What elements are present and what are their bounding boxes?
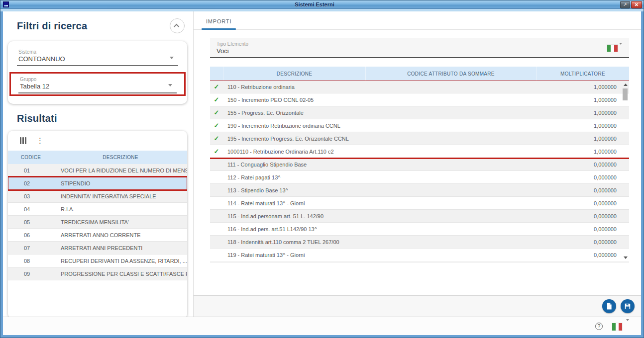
restore-window-icon: ↗ bbox=[623, 2, 627, 7]
cell-codice: 03 bbox=[8, 193, 54, 199]
collapse-filters-button[interactable] bbox=[170, 18, 185, 33]
cell-descrizione: 195 - Incremento Progress. Ec. Orizzonta… bbox=[223, 136, 365, 142]
cell-moltiplicatore: 0,000000 bbox=[536, 252, 629, 258]
table-row[interactable]: 09PROGRESSIONE PER CLASSI E SCATTI/FASCE… bbox=[8, 267, 187, 280]
table-row[interactable]: 06ARRETRATI ANNO CORRENTE bbox=[8, 229, 187, 242]
cell-descrizione: STIPENDIO bbox=[54, 180, 187, 186]
cell-descrizione: 111 - Conguaglio Stipendio Base bbox=[223, 162, 365, 168]
cell-moltiplicatore: 1,000000 bbox=[536, 123, 629, 129]
table-row[interactable]: 04R.I.A. bbox=[8, 203, 187, 216]
results-rows: 01VOCI PER LA RIDUZIONE DEL NUMERO DI ME… bbox=[8, 164, 187, 280]
table-row[interactable]: ✓155 - Progress. Ec. Orizzontale1,000000 bbox=[210, 106, 629, 119]
results-title: Risultati bbox=[17, 113, 193, 124]
table-row[interactable]: 02STIPENDIO bbox=[8, 177, 187, 190]
importi-rows: ✓110 - Retribuzione ordinaria1,000000✓15… bbox=[210, 81, 629, 262]
cell-moltiplicatore: 0,000000 bbox=[536, 200, 629, 206]
cell-codice: 05 bbox=[8, 219, 54, 225]
cell-moltiplicatore: 1,000000 bbox=[536, 97, 629, 103]
kebab-menu-icon[interactable]: ⋮ bbox=[36, 137, 44, 144]
italian-flag-icon bbox=[607, 45, 618, 52]
cell-moltiplicatore: 1,000000 bbox=[536, 110, 629, 116]
table-row[interactable]: 113 - Stipendio Base 13^0,000000 bbox=[210, 184, 629, 197]
tab-importi[interactable]: IMPORTI bbox=[202, 18, 235, 29]
app-window: Sistemi Esterni ↗ ✕ Filtri di ricerca Si… bbox=[0, 0, 644, 338]
column-header-moltiplicatore[interactable]: MOLTIPLICATORE bbox=[536, 67, 629, 81]
table-row[interactable]: 116 - Ind.ad pers. art.51 L142/90 13^0,0… bbox=[210, 223, 629, 236]
chevron-down-icon bbox=[168, 84, 172, 86]
cell-moltiplicatore: 0,000000 bbox=[536, 187, 629, 193]
chevron-down-icon bbox=[170, 57, 174, 59]
table-row[interactable]: 118 - Indennità art.110 comma 2 TUEL 267… bbox=[210, 236, 629, 249]
scrollbar-thumb[interactable] bbox=[623, 88, 628, 100]
help-icon: ? bbox=[598, 324, 601, 329]
column-header-descrizione[interactable]: DESCRIZIONE bbox=[223, 67, 365, 81]
cell-codice: 09 bbox=[8, 271, 54, 277]
save-button[interactable] bbox=[621, 299, 635, 313]
table-row[interactable]: ✓190 - Incremento Retribuzione ordinaria… bbox=[210, 119, 629, 132]
close-window-button[interactable]: ✕ bbox=[631, 1, 642, 8]
table-row[interactable]: 08RECUPERI DERIVANTI DA ASSENZE, RITARDI… bbox=[8, 254, 187, 267]
cell-descrizione: ARRETRATI ANNO CORRENTE bbox=[54, 232, 187, 238]
cell-descrizione: PROGRESSIONE PER CLASSI E SCATTI/FASCE R… bbox=[54, 271, 187, 277]
table-row[interactable]: 114 - Ratei maturati 13^ - Giorni0,00000… bbox=[210, 197, 629, 210]
cell-moltiplicatore: 0,000000 bbox=[536, 162, 629, 168]
sistema-label: Sistema bbox=[18, 49, 168, 55]
scroll-down-icon[interactable] bbox=[624, 256, 628, 259]
cell-descrizione: 112 - Ratei pagati 13^ bbox=[223, 174, 365, 180]
table-row[interactable]: 05TREDICESIMA MENSILITA' bbox=[8, 216, 187, 229]
column-header-codice-attributo[interactable]: CODICE ATTRIBUTO DA SOMMARE bbox=[365, 67, 536, 81]
filter-card: Sistema CONTOANNUO Gruppo Tabella 12 bbox=[8, 41, 187, 104]
table-row[interactable]: ✓110 - Retribuzione ordinaria1,000000 bbox=[210, 81, 629, 93]
restore-window-button[interactable]: ↗ bbox=[620, 1, 630, 8]
check-icon: ✓ bbox=[210, 109, 223, 116]
table-row[interactable]: ✓195 - Incremento Progress. Ec. Orizzont… bbox=[210, 132, 629, 145]
cell-moltiplicatore: 0,000000 bbox=[536, 226, 629, 232]
cell-descrizione: 1000110 - Retribuzione Ordinaria Art.110… bbox=[223, 149, 365, 155]
table-row[interactable]: 01VOCI PER LA RIDUZIONE DEL NUMERO DI ME… bbox=[8, 164, 187, 177]
cell-descrizione: 118 - Indennità art.110 comma 2 TUEL 267… bbox=[223, 239, 365, 245]
cell-descrizione: 114 - Ratei maturati 13^ - Giorni bbox=[223, 200, 365, 206]
tipo-elemento-select[interactable]: Tipo Elemento Voci bbox=[210, 38, 629, 58]
cell-descrizione: ARRETRATI ANNI PRECEDENTI bbox=[54, 245, 187, 251]
cell-descrizione: R.I.A. bbox=[54, 206, 187, 212]
gruppo-label: Gruppo bbox=[20, 77, 167, 82]
table-row[interactable]: 03INDENNITA' INTEGRATIVA SPECIALE bbox=[8, 190, 187, 203]
new-document-button[interactable] bbox=[602, 299, 616, 313]
scroll-up-icon[interactable] bbox=[624, 84, 628, 86]
cell-descrizione: 155 - Progress. Ec. Orizzontale bbox=[223, 110, 365, 116]
app-icon bbox=[3, 1, 9, 7]
table-row[interactable]: 07ARRETRATI ANNI PRECEDENTI bbox=[8, 242, 187, 254]
check-icon: ✓ bbox=[210, 135, 223, 142]
column-header-descrizione[interactable]: DESCRIZIONE bbox=[54, 155, 187, 160]
cell-descrizione: 110 - Retribuzione ordinaria bbox=[223, 84, 365, 90]
importi-table: DESCRIZIONE CODICE ATTRIBUTO DA SOMMARE … bbox=[210, 67, 629, 262]
cell-codice: 08 bbox=[8, 258, 54, 264]
table-row[interactable]: 119 - Ratei maturati 13^ - Giorni0,00000… bbox=[210, 249, 629, 261]
table-row[interactable]: 111 - Conguaglio Stipendio Base0,000000 bbox=[210, 158, 629, 171]
gruppo-select[interactable]: Gruppo Tabella 12 bbox=[18, 75, 177, 93]
table-row[interactable]: 112 - Ratei pagati 13^0,000000 bbox=[210, 171, 629, 184]
importi-table-header: DESCRIZIONE CODICE ATTRIBUTO DA SOMMARE … bbox=[210, 67, 629, 81]
titlebar: Sistemi Esterni ↗ ✕ bbox=[0, 0, 644, 9]
cell-codice: 02 bbox=[8, 180, 54, 186]
vertical-scrollbar[interactable] bbox=[623, 82, 629, 260]
table-row[interactable]: ✓150 - Incremento PEO CCNL 02-051,000000 bbox=[210, 93, 629, 106]
chevron-down-icon bbox=[626, 319, 629, 321]
language-selector-footer[interactable] bbox=[612, 322, 626, 330]
cell-moltiplicatore: 0,000000 bbox=[536, 213, 629, 219]
help-button[interactable]: ? bbox=[595, 323, 603, 330]
sistema-select[interactable]: Sistema CONTOANNUO bbox=[17, 48, 178, 66]
columns-icon[interactable] bbox=[20, 137, 26, 144]
window-title: Sistemi Esterni bbox=[10, 1, 619, 7]
cell-descrizione: VOCI PER LA RIDUZIONE DEL NUMERO DI MENS… bbox=[54, 168, 187, 173]
table-row[interactable]: ✓1000110 - Retribuzione Ordinaria Art.11… bbox=[210, 145, 629, 158]
annotation-box-gruppo: Gruppo Tabella 12 bbox=[9, 72, 186, 96]
cell-descrizione: 115 - Ind.ad.personam art. 51 L. 142/90 bbox=[223, 213, 365, 219]
language-selector[interactable] bbox=[607, 44, 621, 52]
column-header-codice[interactable]: CODICE bbox=[8, 155, 54, 160]
check-icon: ✓ bbox=[210, 96, 223, 103]
italian-flag-icon bbox=[612, 323, 622, 331]
cell-descrizione: 190 - Incremento Retribuzione ordinaria … bbox=[223, 123, 365, 129]
results-card: ⋮ CODICE DESCRIZIONE 01VOCI PER LA RIDUZ… bbox=[8, 131, 187, 317]
table-row[interactable]: 115 - Ind.ad.personam art. 51 L. 142/900… bbox=[210, 210, 629, 223]
